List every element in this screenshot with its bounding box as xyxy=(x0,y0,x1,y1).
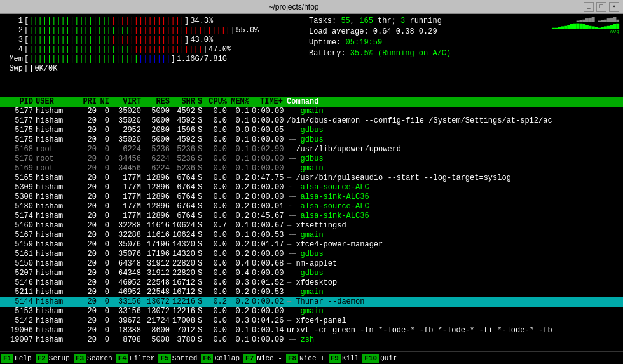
swp-bar-row: Swp [ ] 0K/0K xyxy=(4,64,296,73)
header-mem[interactable]: MEM% xyxy=(229,97,252,106)
fn-key-f7[interactable]: F7 Nice - xyxy=(243,354,285,363)
table-row[interactable]: 5309 hisham 20 0 177M 12896 6764 S 0.0 0… xyxy=(0,183,623,192)
cpu-bar-row-1: 1 [ |||||||||||||||||||||||||||||||||| ]… xyxy=(4,17,296,25)
table-row[interactable]: 5308 hisham 20 0 177M 12896 6764 S 0.0 0… xyxy=(0,192,623,202)
table-row[interactable]: 5175 hisham 20 0 2952 2080 1596 S 0.0 0.… xyxy=(0,126,623,135)
process-table-header: PID USER PRI NI VIRT RES SHR S CPU% MEM%… xyxy=(0,97,623,107)
table-row[interactable]: 5177 hisham 20 0 35020 5000 4592 S 0.0 0… xyxy=(0,107,623,116)
terminal: 1 [ |||||||||||||||||||||||||||||||||| ]… xyxy=(0,14,623,364)
header-ni[interactable]: NI xyxy=(99,97,112,106)
titlebar: ~/projects/htop _ □ × xyxy=(0,0,623,14)
cpu-bar-row-3: 3 [ |||||||||||||||||||||||||||||||||| ]… xyxy=(4,36,296,44)
process-list: 5177 hisham 20 0 35020 5000 4592 S 0.0 0… xyxy=(0,107,623,351)
fn-key-f1[interactable]: F1 Help xyxy=(1,354,34,363)
system-info-panel: Tasks: 55, 165 thr; 3 running Load avera… xyxy=(296,17,619,95)
table-row[interactable]: 5175 hisham 20 0 35020 5000 4592 S 0.0 0… xyxy=(0,135,623,145)
fn-key-f6[interactable]: F6 Collap xyxy=(201,354,242,363)
window-title: ~/projects/htop xyxy=(268,3,318,11)
fn-key-f5[interactable]: F5 Sorted xyxy=(158,354,200,363)
mem-bar: ||||||||||||||||||||||||||||||| xyxy=(29,55,170,63)
fn-key-f3[interactable]: F3 Search xyxy=(74,354,115,363)
stats-left: Tasks: 55, 165 thr; 3 running Load avera… xyxy=(309,17,451,60)
header-pid[interactable]: PID xyxy=(4,97,36,106)
header-s[interactable]: S xyxy=(198,97,207,106)
battery-value: 35.5% (Running on A/C) xyxy=(350,49,451,58)
titlebar-controls-right: _ □ × xyxy=(584,2,619,12)
table-row[interactable]: 5159 hisham 20 0 35076 17196 14320 S 0.0… xyxy=(0,240,623,250)
table-row[interactable]: 5170 root 20 0 34456 6224 5236 S 0.0 0.1… xyxy=(0,154,623,164)
table-row[interactable]: 5153 hisham 20 0 33156 13072 12216 S 0.0… xyxy=(0,307,623,316)
fn-key-f9[interactable]: F9 Kill xyxy=(329,354,362,363)
uptime-value: 05:19:59 xyxy=(346,38,383,47)
header-virt[interactable]: VIRT xyxy=(112,97,144,106)
table-row[interactable]: 5207 hisham 20 0 64348 31912 22820 S 0.0… xyxy=(0,269,623,278)
header-cmd[interactable]: Command xyxy=(287,97,619,106)
table-row[interactable]: 5165 hisham 20 0 177M 12896 6764 S 0.0 0… xyxy=(0,173,623,183)
header-time[interactable]: TIME+ xyxy=(252,97,287,106)
header-user[interactable]: USER xyxy=(36,97,80,106)
table-row[interactable]: 5160 hisham 20 0 32288 11616 10624 S 0.7… xyxy=(0,221,623,231)
uptime-row: Uptime: 05:19:59 xyxy=(309,38,451,47)
system-stats-section: 1 [ |||||||||||||||||||||||||||||||||| ]… xyxy=(0,14,623,97)
battery-row: Battery: 35.5% (Running on A/C) xyxy=(309,49,451,58)
minimize-button[interactable]: _ xyxy=(584,2,594,12)
maximize-button[interactable]: □ xyxy=(596,2,606,12)
table-row[interactable]: 5150 hisham 20 0 64348 31912 22820 S 0.0… xyxy=(0,259,623,269)
mem-usage: 1.16G/7.81G xyxy=(177,55,227,64)
fn-key-f4[interactable]: F4 Filter xyxy=(116,354,158,363)
function-key-bar: F1 Help F2 Setup F3 Search F4 Filter F5 … xyxy=(0,351,623,364)
cpu-bar-row-2: 2 [ ||||||||||||||||||||||||||||||||||||… xyxy=(4,26,296,35)
mem-bar-row: Mem [ ||||||||||||||||||||||||||||||| ] … xyxy=(4,55,296,64)
cpu-mem-bars: 1 [ |||||||||||||||||||||||||||||||||| ]… xyxy=(4,17,296,95)
table-row[interactable]: 19006 hisham 20 0 18388 8600 7012 S 0.0 … xyxy=(0,326,623,335)
fn-key-f2[interactable]: F2 Setup xyxy=(36,354,72,363)
tasks-row: Tasks: 55, 165 thr; 3 running xyxy=(309,17,451,25)
table-row[interactable]: 5174 hisham 20 0 177M 12896 6764 S 0.0 0… xyxy=(0,212,623,221)
table-row[interactable]: 5146 hisham 20 0 46952 22548 16712 S 0.0… xyxy=(0,278,623,288)
mem-label: Mem xyxy=(4,55,23,64)
swp-usage: 0K/0K xyxy=(34,64,72,73)
fn-key-f8[interactable]: F8 Nice + xyxy=(286,354,327,363)
table-row[interactable]: 5161 hisham 20 0 35076 17196 14320 S 0.0… xyxy=(0,250,623,259)
close-button[interactable]: × xyxy=(609,2,619,12)
table-row[interactable]: 5144 hisham 20 0 33156 13072 12216 S 0.2… xyxy=(0,297,623,307)
table-row[interactable]: 5211 hisham 20 0 46952 22548 16712 S 0.0… xyxy=(0,288,623,297)
bars-container: 1 [ |||||||||||||||||||||||||||||||||| ]… xyxy=(4,17,296,54)
header-cpu[interactable]: CPU% xyxy=(207,97,229,106)
header-pri[interactable]: PRI xyxy=(80,97,99,106)
table-row[interactable]: 5180 hisham 20 0 177M 12896 6764 S 0.0 0… xyxy=(0,202,623,212)
table-row[interactable]: 5169 root 20 0 34456 6224 5236 S 0.0 0.1… xyxy=(0,164,623,173)
cpu-bar-row-4: 4 [ ||||||||||||||||||||||||||||||||||||… xyxy=(4,45,296,54)
table-row[interactable]: 5168 root 20 0 6224 5236 5236 S 0.0 0.1 … xyxy=(0,145,623,154)
load-value: 0.64 0.38 0.29 xyxy=(373,27,437,36)
tasks-value: 55 xyxy=(341,17,350,25)
swp-label: Swp xyxy=(4,64,23,73)
table-row[interactable]: 19007 hisham 20 0 8708 5008 3780 S 0.0 0… xyxy=(0,335,623,345)
load-row: Load average: 0.64 0.38 0.29 xyxy=(309,27,451,36)
table-row[interactable]: 5142 hisham 20 0 39672 21724 17008 S 0.0… xyxy=(0,316,623,326)
table-row[interactable]: 5177 hisham 20 0 35020 5000 4592 S 0.0 0… xyxy=(0,116,623,126)
header-shr[interactable]: SHR xyxy=(172,97,198,106)
header-res[interactable]: RES xyxy=(144,97,172,106)
cpu-graph: ▂▃▄▅▆▇ ▂▃▄▅▆▇▄ ▁▁▂▃▄▅▆▇█▇▆▅▄▃▂▁▂▃▄▅▆▇ Av… xyxy=(543,17,619,60)
table-row[interactable]: 5167 hisham 20 0 32288 11616 10624 S 0.0… xyxy=(0,231,623,240)
fn-key-f10[interactable]: F10 Quit xyxy=(362,354,399,363)
